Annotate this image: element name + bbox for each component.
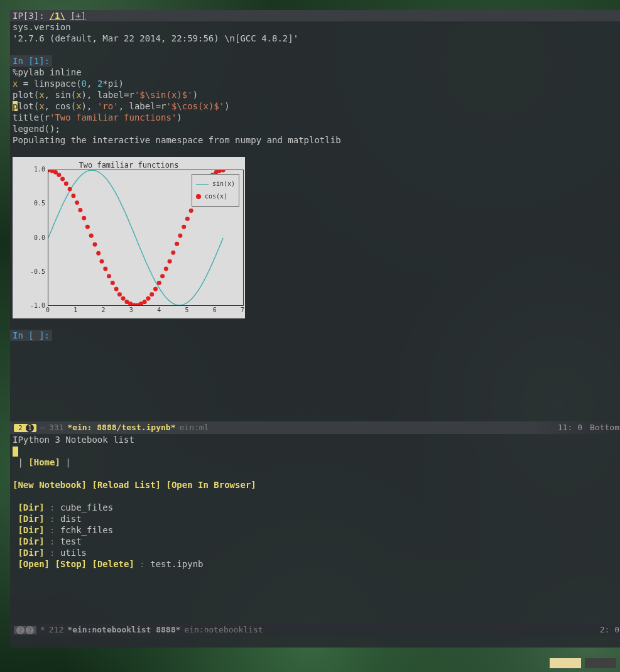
reload-list-button[interactable]: [Reload List]	[92, 480, 161, 490]
dir-button[interactable]: [Dir]	[18, 514, 44, 524]
legend-entry-cos: cos(x)	[205, 191, 227, 202]
dir-button[interactable]: [Dir]	[18, 548, 44, 558]
modeline-linenum: 331	[49, 422, 63, 433]
dir-name: fchk_files	[60, 525, 113, 535]
svg-point-39	[185, 217, 190, 221]
modeline-bottom: 22 * 212 *ein:notebooklist 8888* ein:not…	[10, 624, 620, 636]
code-line-2[interactable]: x = linspace(0, 2*pi)	[10, 78, 620, 89]
svg-point-20	[117, 292, 122, 296]
modeline2-linenum: 212	[49, 624, 63, 636]
svg-point-7	[71, 193, 75, 198]
cell2-prompt: In [ ]:	[10, 330, 52, 341]
taskbar-button-1[interactable]	[550, 658, 581, 668]
svg-point-12	[89, 234, 94, 238]
notebook-pane: IP[3]: /1\ [+] sys.version '2.7.6 (defau…	[10, 10, 620, 434]
chart-output: Two familiar functions sin(x) cos(x) -1.…	[13, 157, 245, 318]
svg-point-32	[160, 274, 165, 278]
modeline-cursor-pos: 11: 0	[558, 422, 582, 433]
xtick: 1	[73, 305, 77, 316]
cell0-output-line2: '2.7.6 (default, Mar 22 2014, 22:59:56) …	[10, 33, 620, 44]
svg-point-31	[157, 281, 161, 285]
cell2-empty[interactable]	[10, 341, 620, 352]
dir-entry: [Dir] : test	[13, 536, 620, 547]
svg-point-3	[57, 173, 61, 177]
svg-point-9	[78, 208, 82, 212]
text-cursor-2	[13, 447, 18, 457]
ytick: 1.0	[34, 164, 45, 175]
notebook-file-name: test.ipynb	[150, 559, 203, 569]
stop-notebook-button[interactable]: [Stop]	[55, 559, 87, 569]
svg-point-35	[171, 251, 175, 255]
modeline2-buffer-name: *ein:notebooklist 8888*	[67, 624, 180, 636]
svg-point-49	[221, 170, 226, 172]
modeline-scroll-pos: Bottom	[590, 422, 619, 433]
dir-button[interactable]: [Dir]	[18, 536, 44, 546]
xtick: 2	[102, 305, 106, 316]
add-worksheet-button[interactable]: [+]	[70, 10, 86, 21]
open-in-browser-button[interactable]: [Open In Browser]	[166, 480, 256, 490]
legend-line-icon	[196, 184, 209, 185]
xtick: 4	[157, 305, 161, 316]
ytick: 0.5	[34, 198, 45, 209]
svg-point-14	[96, 251, 101, 256]
xtick: 0	[46, 305, 50, 316]
svg-point-29	[150, 292, 154, 296]
cell1-prompt: In [1]:	[10, 55, 52, 67]
dir-name: cube_files	[60, 502, 113, 512]
svg-point-8	[75, 200, 79, 205]
chart-legend: sin(x) cos(x)	[192, 174, 239, 207]
dir-entry: [Dir] : cube_files	[13, 502, 620, 513]
modeline-top: 21 — 331 *ein: 8888/test.ipynb* ein:ml 1…	[10, 421, 620, 434]
modeline-buffer-name: *ein: 8888/test.ipynb*	[67, 422, 175, 433]
svg-point-19	[114, 287, 119, 291]
notebook-list-pane: IPython 3 Notebook list | [Home] | [New …	[10, 434, 620, 648]
svg-point-38	[182, 225, 186, 229]
home-link[interactable]: [Home]	[28, 457, 60, 467]
modeline2-mode: ein:notebooklist	[184, 624, 263, 636]
svg-point-13	[93, 242, 97, 247]
dir-button[interactable]: [Dir]	[18, 525, 44, 535]
modeline2-cursor-pos: 2: 0	[600, 624, 619, 636]
svg-point-5	[64, 182, 68, 186]
dir-name: utils	[60, 548, 87, 558]
code-line-5[interactable]: title(r'Two familiar functions')	[10, 112, 620, 123]
chart-plot-area: sin(x) cos(x)	[48, 170, 244, 306]
dir-entry: [Dir] : fchk_files	[13, 524, 620, 536]
svg-point-21	[121, 296, 126, 301]
svg-point-28	[146, 296, 151, 301]
dir-name: test	[60, 536, 82, 546]
svg-point-30	[153, 287, 158, 291]
window-number-badge-2: 22	[14, 626, 36, 634]
svg-point-27	[143, 300, 147, 304]
svg-point-11	[85, 225, 90, 229]
xtick: 3	[129, 305, 133, 316]
svg-point-40	[189, 209, 193, 213]
svg-point-10	[82, 216, 86, 220]
window-number-badge: 21	[14, 424, 36, 432]
xtick: 7	[241, 305, 244, 316]
code-line-6[interactable]: legend();	[10, 123, 620, 134]
svg-point-17	[107, 274, 111, 278]
open-notebook-button[interactable]: [Open]	[18, 559, 50, 569]
legend-dot-icon	[196, 194, 201, 199]
cell0-output-line1: sys.version	[10, 21, 620, 33]
svg-point-18	[111, 281, 115, 285]
code-line-1[interactable]: %pylab inline	[10, 67, 620, 78]
cell1-stdout: Populating the interactive namespace fro…	[10, 134, 620, 146]
new-notebook-button[interactable]: [New Notebook]	[13, 480, 87, 490]
worksheet-tab-active[interactable]: /1\	[50, 10, 65, 21]
legend-entry-sin: sin(x)	[212, 178, 235, 190]
taskbar-button-2[interactable]	[585, 658, 616, 668]
modeline-mode: ein:ml	[180, 422, 209, 433]
delete-notebook-button[interactable]: [Delete]	[92, 559, 134, 569]
xtick: 6	[213, 305, 217, 316]
ytick: -1.0	[30, 300, 45, 312]
cell-indicator: IP[3]:	[13, 10, 45, 21]
svg-point-16	[103, 266, 107, 271]
svg-point-6	[68, 187, 72, 192]
dir-entry: [Dir] : dist	[13, 513, 620, 524]
code-line-4[interactable]: plot(x, cos(x), 'ro', label=r'$\cos(x)$'…	[10, 100, 620, 112]
dir-button[interactable]: [Dir]	[18, 502, 44, 512]
dir-entry: [Dir] : utils	[13, 547, 620, 558]
code-line-3[interactable]: plot(x, sin(x), label=r'$\sin(x)$')	[10, 89, 620, 100]
